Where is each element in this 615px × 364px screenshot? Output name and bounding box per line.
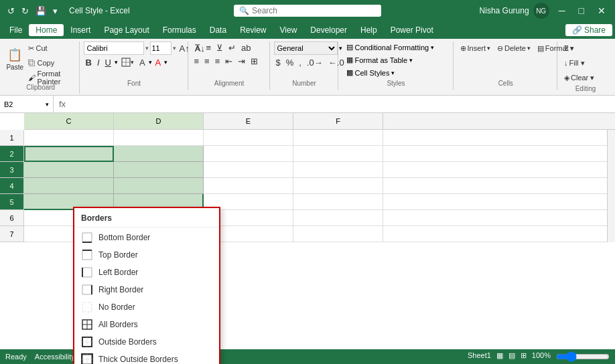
sum-button[interactable]: Σ ▾ bbox=[561, 41, 597, 55]
cell-e1[interactable] bbox=[204, 130, 293, 146]
col-header-f[interactable]: F bbox=[293, 113, 383, 129]
format-painter-button[interactable]: 🖌 Format Painter bbox=[25, 71, 76, 84]
cell-f4[interactable] bbox=[293, 178, 383, 194]
name-box[interactable]: B2 ▾ bbox=[0, 96, 54, 112]
menu-formulas[interactable]: Formulas bbox=[156, 24, 203, 36]
percent-button[interactable]: % bbox=[284, 56, 296, 68]
menu-developer[interactable]: Developer bbox=[303, 24, 354, 36]
border-dropdown-arrow[interactable]: ▾ bbox=[131, 59, 134, 66]
comma-button[interactable]: , bbox=[297, 56, 303, 68]
cut-button[interactable]: ✂ Cut bbox=[25, 41, 76, 55]
border-outside-item[interactable]: Outside Borders bbox=[74, 333, 219, 351]
align-center-button[interactable]: ≡ bbox=[202, 55, 212, 67]
delete-button[interactable]: ⊖ Delete ▾ bbox=[494, 41, 533, 55]
align-right-button[interactable]: ≡ bbox=[213, 55, 222, 67]
row-header-6[interactable]: 6 bbox=[0, 210, 23, 226]
font-color-button[interactable]: A bbox=[153, 56, 163, 68]
cell-d3[interactable] bbox=[114, 162, 204, 178]
decrease-decimal-button[interactable]: .0→ bbox=[305, 56, 325, 68]
fill-dropdown[interactable]: ▾ bbox=[149, 59, 152, 66]
font-size-input[interactable] bbox=[150, 41, 172, 55]
format-as-table-button[interactable]: ▦ Format as Table ▾ bbox=[342, 54, 439, 66]
cell-e4[interactable] bbox=[204, 178, 293, 194]
cell-e2[interactable] bbox=[204, 146, 293, 162]
redo-btn[interactable]: ↻ bbox=[19, 5, 31, 17]
border-button[interactable]: ▾ bbox=[119, 56, 136, 68]
font-name-input[interactable] bbox=[84, 41, 144, 55]
underline-dropdown[interactable]: ▾ bbox=[115, 59, 118, 66]
number-format-select[interactable]: General bbox=[274, 41, 338, 55]
align-bottom-button[interactable]: ⊻ bbox=[214, 41, 225, 54]
col-header-c[interactable]: C bbox=[24, 113, 114, 129]
underline-button[interactable]: U bbox=[103, 56, 113, 68]
align-left-button[interactable]: ≡ bbox=[192, 55, 202, 67]
border-none-item[interactable]: No Border bbox=[74, 298, 219, 316]
border-top-item[interactable]: Top Border bbox=[74, 246, 219, 264]
row-header-5[interactable]: 5 bbox=[0, 194, 23, 210]
merge-button[interactable]: ⊞ bbox=[249, 55, 260, 67]
search-box[interactable]: 🔍 bbox=[234, 5, 381, 17]
border-thick-outside-item[interactable]: Thick Outside Borders bbox=[74, 351, 219, 364]
cell-d2[interactable] bbox=[114, 146, 204, 162]
border-all-item[interactable]: All Borders bbox=[74, 316, 219, 333]
fill-color-button[interactable]: A bbox=[137, 56, 147, 68]
menu-home[interactable]: Home bbox=[29, 24, 64, 36]
menu-file[interactable]: File bbox=[3, 24, 29, 36]
border-right-item[interactable]: Right Border bbox=[74, 281, 219, 298]
conditional-formatting-button[interactable]: ▤ Conditional Formatting ▾ bbox=[342, 41, 439, 53]
menu-help[interactable]: Help bbox=[354, 24, 384, 36]
more-btn[interactable]: ▾ bbox=[51, 5, 60, 17]
maximize-btn[interactable]: □ bbox=[575, 5, 588, 16]
menu-view[interactable]: View bbox=[273, 24, 304, 36]
cell-f3[interactable] bbox=[293, 162, 383, 178]
cell-styles-button[interactable]: ▩ Cell Styles ▾ bbox=[342, 67, 439, 78]
row-header-2[interactable]: 2 bbox=[0, 146, 23, 162]
cell-c4[interactable] bbox=[24, 178, 114, 194]
border-left-item[interactable]: Left Border bbox=[74, 264, 219, 281]
bold-button[interactable]: B bbox=[84, 56, 94, 68]
border-bottom-item[interactable]: Bottom Border bbox=[74, 229, 219, 246]
name-box-arrow[interactable]: ▾ bbox=[46, 101, 49, 108]
menu-insert[interactable]: Insert bbox=[64, 24, 97, 36]
view-break[interactable]: ⊞ bbox=[521, 351, 527, 362]
orientation-button[interactable]: ab bbox=[239, 41, 253, 54]
row-header-3[interactable]: 3 bbox=[0, 162, 23, 178]
cell-d1[interactable] bbox=[114, 130, 204, 146]
font-color-dropdown[interactable]: ▾ bbox=[164, 59, 167, 66]
currency-button[interactable]: $ bbox=[274, 56, 283, 68]
col-header-e[interactable]: E bbox=[204, 113, 293, 129]
save-btn[interactable]: 💾 bbox=[33, 5, 48, 17]
row-header-7[interactable]: 7 bbox=[0, 226, 23, 242]
search-input[interactable] bbox=[252, 6, 366, 15]
menu-page-layout[interactable]: Page Layout bbox=[97, 24, 155, 36]
cell-c2[interactable] bbox=[24, 146, 114, 162]
clear-button[interactable]: ◈ Clear ▾ bbox=[561, 71, 597, 84]
zoom-slider[interactable] bbox=[556, 351, 610, 362]
menu-review[interactable]: Review bbox=[233, 24, 273, 36]
undo-btn[interactable]: ↺ bbox=[5, 5, 17, 17]
share-button[interactable]: 🔗 Share bbox=[565, 24, 612, 36]
font-size-dropdown[interactable]: ▾ bbox=[173, 45, 176, 52]
paste-button[interactable]: 📋 Paste bbox=[5, 41, 24, 76]
cell-f2[interactable] bbox=[293, 146, 383, 162]
cell-c1[interactable] bbox=[24, 130, 114, 146]
italic-button[interactable]: I bbox=[95, 56, 102, 68]
col-header-d[interactable]: D bbox=[114, 113, 204, 129]
cell-e3[interactable] bbox=[204, 162, 293, 178]
align-top-button[interactable]: ⊼ bbox=[192, 41, 203, 54]
close-btn[interactable]: ✕ bbox=[594, 5, 610, 16]
cell-f6[interactable] bbox=[293, 210, 383, 226]
fill-button[interactable]: ↓ Fill ▾ bbox=[561, 56, 597, 70]
cell-d4[interactable] bbox=[114, 178, 204, 194]
row-header-4[interactable]: 4 bbox=[0, 178, 23, 194]
cell-f1[interactable] bbox=[293, 130, 383, 146]
view-layout[interactable]: ▤ bbox=[508, 351, 515, 362]
cell-c3[interactable] bbox=[24, 162, 114, 178]
align-middle-button[interactable]: ≡ bbox=[204, 41, 214, 54]
menu-data[interactable]: Data bbox=[203, 24, 233, 36]
minimize-btn[interactable]: ─ bbox=[555, 5, 569, 16]
cell-f5[interactable] bbox=[293, 194, 383, 210]
decrease-indent-button[interactable]: ⇤ bbox=[223, 55, 234, 67]
font-name-dropdown[interactable]: ▾ bbox=[145, 45, 149, 52]
wrap-text-button[interactable]: ↵ bbox=[226, 41, 238, 54]
